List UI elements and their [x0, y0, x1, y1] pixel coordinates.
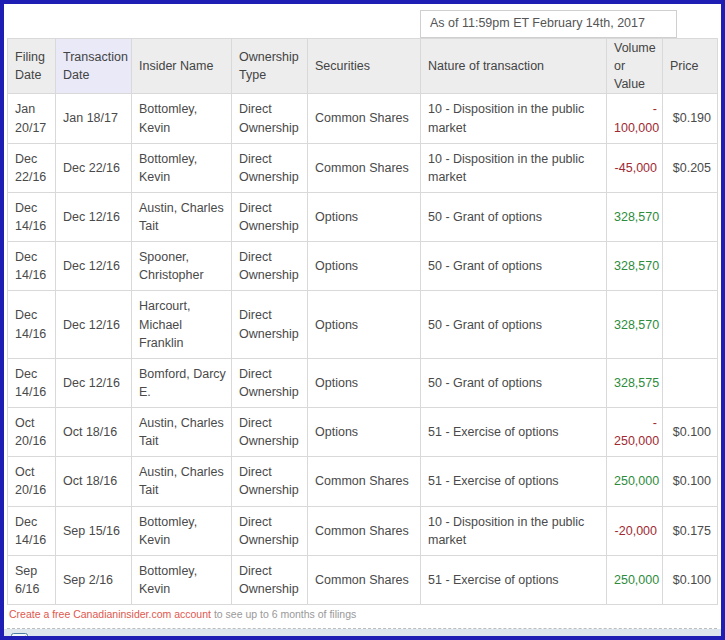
insider-filings-panel: As of 11:59pm ET February 14th, 2017 Fil… [0, 0, 725, 640]
cell-ownership-type: Direct Ownership [232, 94, 308, 143]
cell-insider-name: Bottomley, Kevin [132, 94, 232, 143]
cell-securities: Options [308, 192, 421, 241]
table-header: Filing DateTransaction DateInsider NameO… [8, 39, 718, 94]
cell-filing-date: Dec 14/16 [8, 192, 56, 241]
cell-securities: Common Shares [308, 555, 421, 604]
cell-insider-name: Austin, Charles Tait [132, 457, 232, 506]
cell-nature: 10 - Disposition in the public market [421, 506, 607, 555]
cell-ownership-type: Direct Ownership [232, 555, 308, 604]
column-header-price[interactable]: Price [663, 39, 718, 94]
table-row: Jan 20/17Jan 18/17Bottomley, KevinDirect… [8, 94, 718, 143]
table-row: Dec 14/16Dec 12/16Harcourt, Michael Fran… [8, 291, 718, 358]
cell-filing-date: Dec 22/16 [8, 143, 56, 192]
cell-transaction-date: Oct 18/16 [56, 408, 132, 457]
cell-nature: 51 - Exercise of options [421, 555, 607, 604]
table-body: Jan 20/17Jan 18/17Bottomley, KevinDirect… [8, 94, 718, 605]
table-row: Oct 20/16Oct 18/16Austin, Charles TaitDi… [8, 408, 718, 457]
account-note: Create a free Canadianinsider.com accoun… [7, 605, 717, 629]
cell-ownership-type: Direct Ownership [232, 242, 308, 291]
cell-insider-name: Bottomley, Kevin [132, 506, 232, 555]
table-row: Sep 6/16Sep 2/16Bottomley, KevinDirect O… [8, 555, 718, 604]
cell-securities: Common Shares [308, 457, 421, 506]
cell-price [663, 358, 718, 407]
column-header-volume[interactable]: Volume or Value [607, 39, 663, 94]
cell-nature: 50 - Grant of options [421, 291, 607, 358]
cell-insider-name: Austin, Charles Tait [132, 192, 232, 241]
cell-nature: 50 - Grant of options [421, 192, 607, 241]
column-header-securities[interactable]: Securities [308, 39, 421, 94]
cell-price [663, 192, 718, 241]
cell-filing-date: Dec 14/16 [8, 242, 56, 291]
cell-nature: 50 - Grant of options [421, 358, 607, 407]
cell-securities: Common Shares [308, 506, 421, 555]
cell-filing-date: Dec 14/16 [8, 358, 56, 407]
cell-insider-name: Austin, Charles Tait [132, 408, 232, 457]
cell-price [663, 242, 718, 291]
cell-insider-name: Bottomley, Kevin [132, 143, 232, 192]
cell-ownership-type: Direct Ownership [232, 358, 308, 407]
cell-securities: Common Shares [308, 94, 421, 143]
cell-price: $0.100 [663, 408, 718, 457]
cell-transaction-date: Oct 18/16 [56, 457, 132, 506]
cell-ownership-type: Direct Ownership [232, 457, 308, 506]
cell-nature: 10 - Disposition in the public market [421, 143, 607, 192]
cell-volume: 328,570 [607, 242, 663, 291]
column-header-filing-date[interactable]: Filing Date [8, 39, 56, 94]
cell-transaction-date: Dec 12/16 [56, 291, 132, 358]
cell-price: $0.205 [663, 143, 718, 192]
cell-volume: -250,000 [607, 408, 663, 457]
asof-row: As of 11:59pm ET February 14th, 2017 [4, 4, 721, 38]
cell-transaction-date: Dec 12/16 [56, 358, 132, 407]
cell-nature: 51 - Exercise of options [421, 408, 607, 457]
cell-price [663, 291, 718, 358]
cell-transaction-date: Dec 22/16 [56, 143, 132, 192]
column-header-ownership-type[interactable]: Ownership Type [232, 39, 308, 94]
cell-nature: 50 - Grant of options [421, 242, 607, 291]
cell-filing-date: Oct 20/16 [8, 457, 56, 506]
cell-filing-date: Oct 20/16 [8, 408, 56, 457]
cell-insider-name: Spooner, Christopher [132, 242, 232, 291]
cell-volume: -45,000 [607, 143, 663, 192]
cell-ownership-type: Direct Ownership [232, 506, 308, 555]
cell-price: $0.100 [663, 555, 718, 604]
cell-insider-name: Harcourt, Michael Franklin [132, 291, 232, 358]
create-account-link[interactable]: Create a free Canadianinsider.com accoun… [9, 608, 211, 620]
cell-securities: Options [308, 291, 421, 358]
cell-securities: Common Shares [308, 143, 421, 192]
cell-ownership-type: Direct Ownership [232, 291, 308, 358]
column-header-transaction-date[interactable]: Transaction Date [56, 39, 132, 94]
cell-nature: 10 - Disposition in the public market [421, 94, 607, 143]
cell-filing-date: Jan 20/17 [8, 94, 56, 143]
account-note-text: to see up to 6 months of filings [214, 608, 356, 620]
cell-volume: 328,575 [607, 358, 663, 407]
cell-securities: Options [308, 242, 421, 291]
table-row: Dec 14/16Dec 12/16Austin, Charles TaitDi… [8, 192, 718, 241]
cell-insider-name: Bomford, Darcy E. [132, 358, 232, 407]
cell-securities: Options [308, 408, 421, 457]
table-header-row: Filing DateTransaction DateInsider NameO… [8, 39, 718, 94]
column-header-insider-name[interactable]: Insider Name [132, 39, 232, 94]
table-row: Dec 14/16Dec 12/16Bomford, Darcy E.Direc… [8, 358, 718, 407]
table-row: Oct 20/16Oct 18/16Austin, Charles TaitDi… [8, 457, 718, 506]
table-row: Dec 14/16Sep 15/16Bottomley, KevinDirect… [8, 506, 718, 555]
cell-volume: 250,000 [607, 457, 663, 506]
insider-filings-table: Filing DateTransaction DateInsider NameO… [7, 38, 718, 605]
cell-price: $0.175 [663, 506, 718, 555]
cell-volume: -20,000 [607, 506, 663, 555]
cell-ownership-type: Direct Ownership [232, 408, 308, 457]
cell-nature: 51 - Exercise of options [421, 457, 607, 506]
pdf-report-link[interactable]: Get True Leaf Medicine International Ltd… [34, 633, 641, 640]
cell-transaction-date: Sep 2/16 [56, 555, 132, 604]
table-row: Dec 22/16Dec 22/16Bottomley, KevinDirect… [8, 143, 718, 192]
column-header-nature[interactable]: Nature of transaction [421, 39, 607, 94]
cell-transaction-date: Jan 18/17 [56, 94, 132, 143]
chart-trend-icon [11, 633, 28, 640]
cell-ownership-type: Direct Ownership [232, 143, 308, 192]
cell-volume: 328,570 [607, 192, 663, 241]
cell-ownership-type: Direct Ownership [232, 192, 308, 241]
cell-securities: Options [308, 358, 421, 407]
cell-transaction-date: Dec 12/16 [56, 242, 132, 291]
pdf-report-bar[interactable]: Get True Leaf Medicine International Ltd… [4, 629, 721, 640]
cell-price: $0.100 [663, 457, 718, 506]
cell-volume: 328,570 [607, 291, 663, 358]
